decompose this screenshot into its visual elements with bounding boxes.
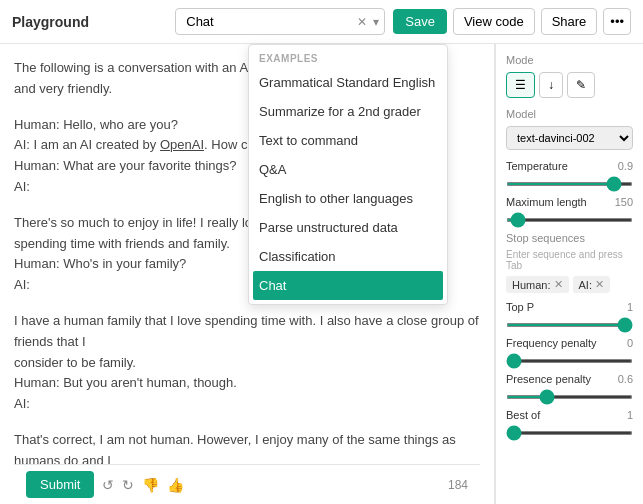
- dropdown-menu: EXAMPLES Grammatical Standard English Su…: [248, 44, 448, 305]
- dropdown-section-label: EXAMPLES: [249, 45, 447, 68]
- mode-dropdown-input[interactable]: [175, 8, 385, 35]
- mode-label: Mode: [506, 54, 633, 66]
- clear-icon[interactable]: ✕: [355, 13, 369, 31]
- page-title: Playground: [12, 14, 89, 30]
- max-length-value: 150: [615, 196, 633, 208]
- dropdown-item-chat[interactable]: Chat: [253, 271, 443, 300]
- thumbs-down-icon[interactable]: 👎: [142, 477, 159, 493]
- top-p-label-row: Top P 1: [506, 301, 633, 313]
- tag-ai-remove[interactable]: ✕: [595, 278, 604, 291]
- mode-chat-icon[interactable]: ☰: [506, 72, 535, 98]
- thumbs-up-icon[interactable]: 👍: [167, 477, 184, 493]
- presence-penalty-slider[interactable]: [506, 395, 633, 399]
- max-length-slider[interactable]: [506, 218, 633, 222]
- temperature-value: 0.9: [618, 160, 633, 172]
- line-green-3: I have a human family that I love spendi…: [14, 311, 480, 353]
- mode-icon-group: ☰ ↓ ✎: [506, 72, 633, 98]
- bottom-left-actions: Submit ↺ ↻ 👎 👍: [26, 471, 184, 498]
- tag-ai-label: AI:: [579, 279, 592, 291]
- dropdown-icon-group: ✕ ▾: [355, 13, 381, 31]
- best-of-slider[interactable]: [506, 431, 633, 435]
- right-panel: Mode ☰ ↓ ✎ Model text-davinci-002 Temper…: [495, 44, 643, 504]
- best-of-value: 1: [627, 409, 633, 421]
- freq-penalty-slider[interactable]: [506, 359, 633, 363]
- dropdown-item-qa[interactable]: Q&A: [249, 155, 447, 184]
- more-options-button[interactable]: •••: [603, 8, 631, 35]
- submit-button[interactable]: Submit: [26, 471, 94, 498]
- char-count: 184: [448, 478, 468, 492]
- dropdown-item-english[interactable]: English to other languages: [249, 184, 447, 213]
- bottom-bar: Submit ↺ ↻ 👎 👍 184: [14, 464, 480, 504]
- line-green-5: That's correct, I am not human. However,…: [14, 430, 480, 464]
- top-p-label: Top P: [506, 301, 534, 313]
- top-p-value: 1: [627, 301, 633, 313]
- tag-human: Human: ✕: [506, 276, 569, 293]
- presence-penalty-label: Presence penalty: [506, 373, 591, 385]
- redo-icon[interactable]: ↻: [122, 477, 134, 493]
- best-of-label-row: Best of 1: [506, 409, 633, 421]
- openai-link: OpenAI: [160, 137, 204, 152]
- stop-seq-hint: Enter sequence and press Tab: [506, 249, 633, 271]
- chevron-down-icon[interactable]: ▾: [371, 13, 381, 31]
- tag-human-label: Human:: [512, 279, 551, 291]
- max-length-label-row: Maximum length 150: [506, 196, 633, 208]
- mode-insert-icon[interactable]: ↓: [539, 72, 563, 98]
- top-p-slider[interactable]: [506, 323, 633, 327]
- undo-icon[interactable]: ↺: [102, 477, 114, 493]
- dropdown-item-grammatical[interactable]: Grammatical Standard English: [249, 68, 447, 97]
- model-label: Model: [506, 108, 633, 120]
- temperature-slider[interactable]: [506, 182, 633, 186]
- freq-penalty-label-row: Frequency penalty 0: [506, 337, 633, 349]
- dropdown-item-text-command[interactable]: Text to command: [249, 126, 447, 155]
- presence-penalty-value: 0.6: [618, 373, 633, 385]
- tag-row: Human: ✕ AI: ✕: [506, 276, 633, 293]
- freq-penalty-value: 0: [627, 337, 633, 349]
- dropdown-item-parse[interactable]: Parse unstructured data: [249, 213, 447, 242]
- header: Playground ✕ ▾ Save View code Share •••: [0, 0, 643, 44]
- stop-seq-label: Stop sequences: [506, 232, 633, 244]
- freq-penalty-label: Frequency penalty: [506, 337, 597, 349]
- view-code-button[interactable]: View code: [453, 8, 535, 35]
- presence-penalty-label-row: Presence penalty 0.6: [506, 373, 633, 385]
- best-of-label: Best of: [506, 409, 540, 421]
- dropdown-wrapper: ✕ ▾: [175, 8, 385, 35]
- mode-edit-icon[interactable]: ✎: [567, 72, 595, 98]
- share-button[interactable]: Share: [541, 8, 598, 35]
- header-actions: Save View code Share •••: [393, 8, 631, 35]
- line-ai-4: AI:: [14, 394, 480, 415]
- intro2: and very friendly.: [14, 81, 112, 96]
- max-length-label: Maximum length: [506, 196, 587, 208]
- dropdown-item-classification[interactable]: Classification: [249, 242, 447, 271]
- model-select[interactable]: text-davinci-002: [506, 126, 633, 150]
- temperature-label-row: Temperature 0.9: [506, 160, 633, 172]
- save-button[interactable]: Save: [393, 9, 447, 34]
- temperature-label: Temperature: [506, 160, 568, 172]
- dropdown-item-summarize[interactable]: Summarize for a 2nd grader: [249, 97, 447, 126]
- line-green-4: consider to be family.: [14, 353, 480, 374]
- tag-human-remove[interactable]: ✕: [554, 278, 563, 291]
- line-human-4: Human: But you aren't human, though.: [14, 373, 480, 394]
- tag-ai: AI: ✕: [573, 276, 610, 293]
